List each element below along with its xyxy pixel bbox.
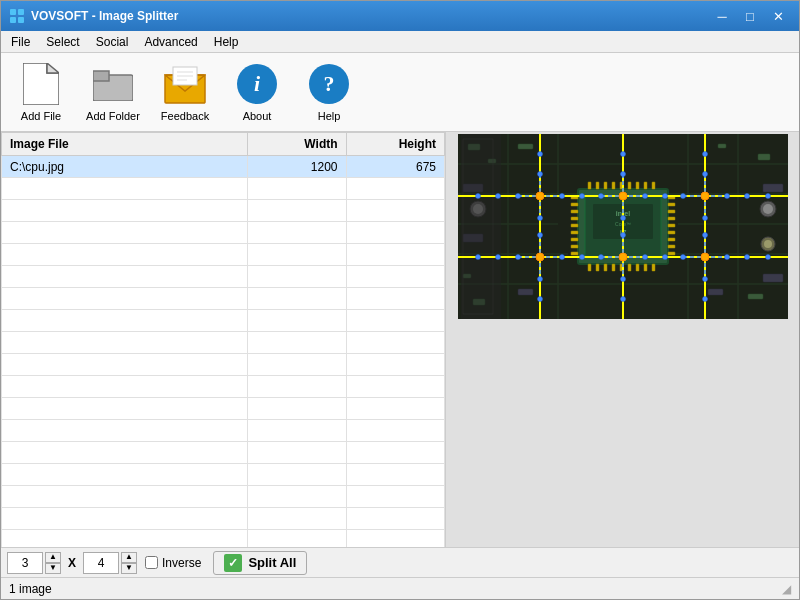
app-icon [9,8,25,24]
svg-rect-95 [461,134,501,319]
menu-select[interactable]: Select [38,33,87,51]
toolbar: Add File Add Folder [1,53,799,132]
svg-rect-58 [571,231,578,234]
add-file-label: Add File [21,110,61,122]
svg-rect-81 [596,264,599,271]
close-button[interactable]: ✕ [765,6,791,26]
svg-rect-2 [10,17,16,23]
svg-point-147 [537,233,542,238]
svg-point-124 [579,194,584,199]
svg-rect-39 [748,294,763,299]
svg-rect-36 [758,154,770,160]
svg-point-157 [702,172,707,177]
svg-rect-7 [93,71,109,81]
svg-rect-1 [18,9,24,15]
svg-point-133 [495,255,500,260]
svg-rect-91 [763,184,783,192]
svg-marker-5 [47,63,59,73]
title-bar-left: VOVSOFT - Image Splitter [9,8,178,24]
svg-rect-0 [10,9,16,15]
minimize-button[interactable]: ─ [709,6,735,26]
svg-rect-56 [571,217,578,220]
split-all-label: Split All [248,555,296,570]
svg-rect-37 [718,144,726,148]
table-row [2,222,445,244]
feedback-icon-container [163,62,207,106]
help-icon-container: ? [307,62,351,106]
resize-grip-icon: ◢ [782,582,791,596]
svg-point-149 [537,297,542,302]
svg-point-136 [579,255,584,260]
info-icon: i [237,64,277,104]
inverse-checkbox-group: Inverse [145,556,201,570]
svg-point-118 [619,253,627,261]
add-file-button[interactable]: Add File [7,57,75,127]
col-header-width: Width [248,133,346,156]
cell-width: 1200 [248,156,346,178]
cols-spinner-group: 3 ▲ ▼ [7,552,61,574]
table-row [2,354,445,376]
cols-up-button[interactable]: ▲ [45,552,61,563]
svg-rect-3 [18,17,24,23]
svg-rect-54 [571,203,578,206]
svg-point-122 [515,194,520,199]
add-folder-button[interactable]: Add Folder [79,57,147,127]
inverse-checkbox[interactable] [145,556,158,569]
split-all-button[interactable]: ✓ Split All [213,551,307,575]
svg-point-144 [537,152,542,157]
svg-rect-57 [571,224,578,227]
file-table-area: Image File Width Height C:\cpu.jpg 1200 … [1,132,446,547]
table-row [2,200,445,222]
svg-rect-93 [518,289,533,295]
cols-input[interactable]: 3 [7,552,43,574]
status-text: 1 image [9,582,52,596]
svg-point-158 [702,216,707,221]
file-table: Image File Width Height C:\cpu.jpg 1200 … [1,132,445,547]
rows-up-button[interactable]: ▲ [121,552,137,563]
menu-social[interactable]: Social [88,33,137,51]
add-folder-icon-container [91,62,135,106]
preview-area: intel Core™ i7 [446,132,799,547]
svg-point-120 [475,194,480,199]
svg-rect-71 [588,182,591,189]
rows-input[interactable]: 4 [83,552,119,574]
table-row [2,464,445,486]
svg-point-151 [620,172,625,177]
feedback-button[interactable]: Feedback [151,57,219,127]
file-table-body: C:\cpu.jpg 1200 675 [2,156,445,548]
svg-point-156 [702,152,707,157]
table-row [2,244,445,266]
about-button[interactable]: i About [223,57,291,127]
svg-rect-59 [571,238,578,241]
table-row [2,530,445,548]
table-row [2,332,445,354]
table-row [2,420,445,442]
add-file-icon-container [19,62,63,106]
help-button[interactable]: ? Help [295,57,363,127]
svg-rect-72 [596,182,599,189]
svg-point-117 [536,253,544,261]
col-header-file: Image File [2,133,248,156]
svg-rect-68 [668,238,675,241]
table-row[interactable]: C:\cpu.jpg 1200 675 [2,156,445,178]
svg-rect-85 [628,264,631,271]
svg-point-116 [701,192,709,200]
svg-point-119 [701,253,709,261]
table-row [2,398,445,420]
feedback-icon [164,63,206,105]
svg-point-159 [702,233,707,238]
menu-help[interactable]: Help [206,33,247,51]
title-bar: VOVSOFT - Image Splitter ─ □ ✕ [1,1,799,31]
rows-down-button[interactable]: ▼ [121,563,137,574]
svg-rect-92 [763,274,783,282]
menu-file[interactable]: File [3,33,38,51]
cols-down-button[interactable]: ▼ [45,563,61,574]
maximize-button[interactable]: □ [737,6,763,26]
svg-rect-83 [612,264,615,271]
svg-rect-35 [518,144,533,149]
svg-rect-64 [668,210,675,213]
menu-advanced[interactable]: Advanced [136,33,205,51]
svg-point-146 [537,216,542,221]
help-label: Help [318,110,341,122]
svg-point-123 [559,194,564,199]
